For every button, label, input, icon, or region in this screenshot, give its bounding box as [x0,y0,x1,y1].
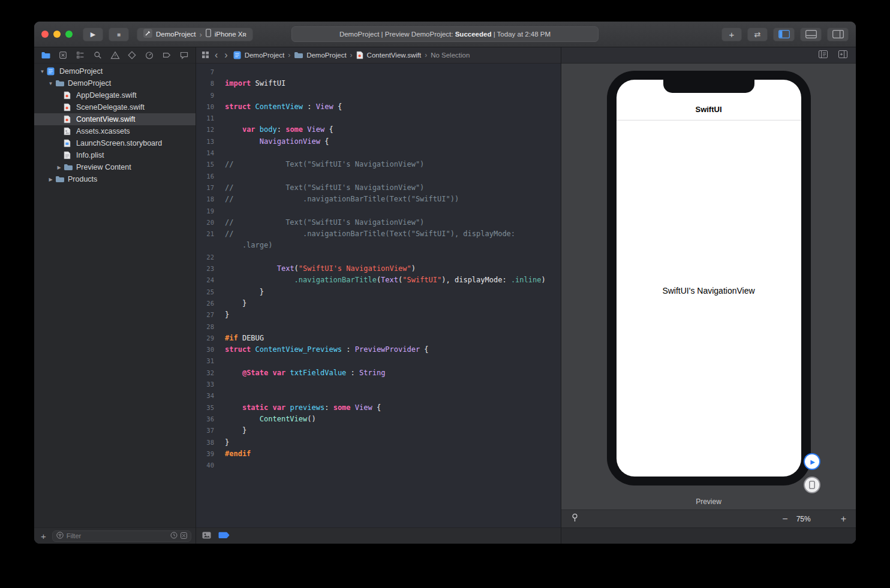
line-number: 21 [196,228,217,240]
sidebar-item-launchscreen-storyboard[interactable]: LaunchScreen.storyboard [34,137,196,149]
breadcrumb-item[interactable]: ContentView.swift [367,52,422,59]
sidebar-item-info-plist[interactable]: Info.plist [34,149,196,161]
sidebar-item-products[interactable]: ▶Products [34,173,196,185]
reports-navigator-tab[interactable] [178,49,190,61]
live-preview-button[interactable]: ▶ [804,453,820,470]
debug-navigator-tab[interactable] [143,49,155,61]
code-text: // Text("SwiftUI's NavigationView") [225,159,424,170]
code-line-33: 33 [196,379,561,390]
symbols-navigator-tab[interactable] [74,49,86,61]
breadcrumb-item[interactable]: No Selection [431,52,470,59]
line-number: 10 [196,101,217,113]
sidebar-item-scenedelegate-swift[interactable]: SceneDelegate.swift [34,101,196,113]
line-number: 27 [196,309,217,321]
device-icon [206,29,211,40]
item-label: Assets.xcassets [76,127,130,135]
line-number: 19 [196,206,217,217]
code-line-28: 28 [196,321,561,333]
zoom-in-button[interactable]: + [841,514,846,524]
zoom-out-button[interactable]: − [782,514,787,524]
toggle-inspector-button[interactable] [827,28,849,41]
line-number: 32 [196,367,217,379]
sidebar-item-assets-xcassets[interactable]: Assets.xcassets [34,125,196,137]
filter-field[interactable] [52,530,191,542]
code-text: import SwiftUI [225,78,285,89]
breakpoint-icon[interactable] [218,530,230,541]
project-crumb-icon [233,51,241,59]
line-number: 17 [196,182,217,194]
breadcrumb-item[interactable]: DemoProject [306,52,346,59]
toggle-debug-area-button[interactable] [800,28,822,41]
forward-button[interactable]: › [223,50,228,60]
line-number: 9 [196,90,217,101]
xcode-window: ▶ ■ DemoProject › iPhone Xʀ DemoProject … [34,22,856,544]
code-line-40: 40 [196,460,561,471]
pin-button[interactable] [571,513,579,524]
minimize-button[interactable] [53,31,61,38]
add-editor-button[interactable] [838,50,847,61]
editor-options-button[interactable] [819,50,828,61]
toggle-navigator-button[interactable] [773,28,795,41]
disclosure-triangle-icon[interactable]: ▼ [38,69,47,74]
flagged-filter-icon[interactable] [181,530,187,541]
related-items-icon[interactable] [202,51,209,60]
sidebar-item-preview-content[interactable]: ▶Preview Content [34,161,196,173]
preview-on-device-button[interactable] [804,477,820,493]
fullscreen-button[interactable] [65,31,73,38]
breakpoints-navigator-tab[interactable] [161,49,173,61]
line-number: 33 [196,379,217,390]
find-navigator-tab[interactable] [92,49,104,61]
line-number: 23 [196,263,217,275]
code-line-20: 20// Text("SwiftUI's NavigationView") [196,217,561,228]
code-line-34: 34 [196,390,561,402]
preview-zoom-bar: − 75% + [561,509,856,527]
line-number: 39 [196,448,217,460]
line-number: 14 [196,147,217,159]
editor-bottom-bar [196,527,561,544]
window-controls [41,31,73,38]
run-button[interactable]: ▶ [83,28,103,41]
source-control-navigator-tab[interactable] [57,49,69,61]
disclosure-triangle-icon[interactable]: ▶ [55,165,64,170]
sidebar-item-demoproject[interactable]: ▼DemoProject [34,77,196,89]
line-number: 31 [196,355,217,367]
folder-file-icon [64,164,74,171]
sidebar-item-demoproject[interactable]: ▼DemoProject [34,65,196,77]
code-text: NavigationView { [225,136,329,147]
folder-file-icon [55,176,65,183]
sidebar-item-appdelegate-swift[interactable]: AppDelegate.swift [34,89,196,101]
line-number: 36 [196,414,217,425]
close-button[interactable] [41,31,49,38]
disclosure-triangle-icon[interactable]: ▶ [46,177,55,182]
code-text: ContentView() [225,414,316,425]
tests-navigator-tab[interactable] [126,49,138,61]
code-line-29: 29#if DEBUG [196,333,561,344]
scheme-selector[interactable]: DemoProject › iPhone Xʀ [137,28,253,41]
add-file-button[interactable]: + [41,531,46,541]
scheme-project-name: DemoProject [156,31,196,38]
media-library-icon[interactable] [202,530,211,541]
version-editor-button[interactable]: ⇄ [747,28,768,41]
code-line-9: 9 [196,90,561,101]
stop-button[interactable]: ■ [109,28,129,41]
issues-navigator-tab[interactable] [109,49,121,61]
code-text: var body: some View { [225,124,333,135]
disclosure-triangle-icon[interactable]: ▼ [46,81,55,86]
code-line-17: 17// Text("SwiftUI's NavigationView") [196,182,561,194]
recents-filter-icon[interactable] [170,530,178,541]
filter-input[interactable] [67,532,167,539]
code-line-22: 22 [196,252,561,263]
sidebar-item-contentview-swift[interactable]: ContentView.swift [34,113,196,125]
code-line-30: 30struct ContentView_Previews : PreviewP… [196,344,561,355]
iphone-frame: SwiftUI SwiftUI's NavigationView [607,71,811,486]
navigator-filter-bar: + [34,527,196,544]
back-button[interactable]: ‹ [214,50,219,60]
toolbar: ▶ ■ DemoProject › iPhone Xʀ DemoProject … [34,22,856,47]
project-navigator-tab[interactable] [40,49,52,61]
library-button[interactable]: + [721,28,742,41]
code-text: } [225,425,246,436]
breadcrumb-item[interactable]: DemoProject [245,52,284,59]
code-editor[interactable]: 78import SwiftUI910struct ContentView : … [196,64,561,527]
code-line-23: 23 Text("SwiftUI's NavigationView") [196,263,561,275]
code-line-35: 35 static var previews: some View { [196,402,561,414]
